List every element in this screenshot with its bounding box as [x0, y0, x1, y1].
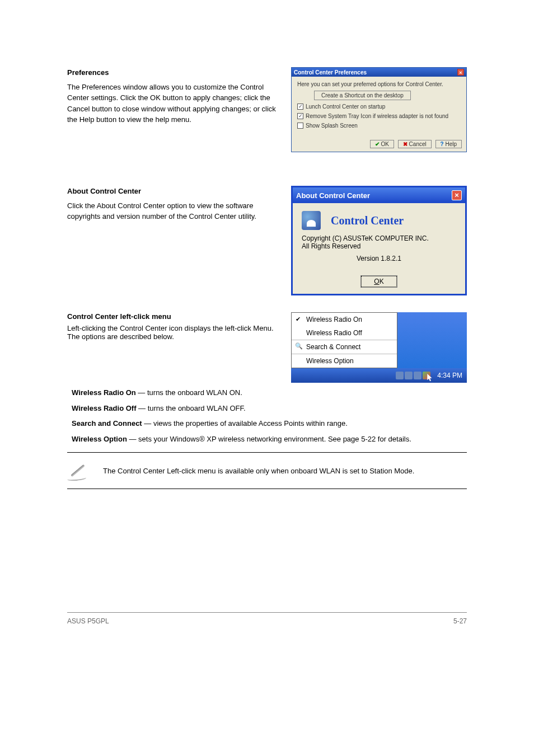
- about-text: Click the About Control Center option to…: [67, 200, 280, 222]
- control-center-icon: [302, 211, 321, 230]
- taskbar-time: 4:34 PM: [437, 372, 462, 379]
- note-pen-icon: [67, 459, 90, 482]
- footer-left: ASUS P5GPL: [67, 617, 109, 625]
- tray-icon-3[interactable]: [414, 372, 421, 379]
- about-version: Version 1.8.2.1: [302, 255, 456, 262]
- taskbar: 4:34 PM: [291, 368, 467, 383]
- note-text: The Control Center Left-click menu is av…: [103, 467, 414, 475]
- pref-intro: Here you can set your preferred options …: [297, 81, 461, 87]
- footer-right: 5-27: [453, 617, 467, 625]
- note-box: The Control Center Left-click menu is av…: [67, 452, 467, 489]
- tray-icons: [396, 369, 434, 382]
- checkbox-splash[interactable]: [297, 123, 303, 129]
- pref-dialog-title: Control Center Preferences: [294, 69, 367, 76]
- menu-search-connect[interactable]: Search & Connect: [292, 340, 397, 354]
- leftmenu-heading: Control Center left-click menu: [67, 312, 280, 321]
- tray-icon-1[interactable]: [396, 372, 404, 379]
- preferences-heading: Preferences: [67, 67, 280, 78]
- leftmenu-intro: Left-clicking the Control Center icon di…: [67, 324, 280, 341]
- ok-button[interactable]: ✔ OK: [370, 140, 394, 148]
- opt-remove-tray: Remove System Tray Icon if wireless adap…: [306, 113, 448, 119]
- about-dialog: About Control Center × Control Center Co…: [291, 186, 467, 295]
- li-radio-off: Wireless Radio Off — turns the onboard W…: [67, 403, 467, 414]
- help-button[interactable]: ? Help: [435, 140, 462, 148]
- create-shortcut-button[interactable]: Create a Shortcut on the desktop: [314, 91, 411, 100]
- li-search: Search and Connect — views the propertie…: [67, 418, 467, 429]
- tray-screenshot: Wireless Radio On Wireless Radio Off Sea…: [291, 312, 467, 383]
- menu-radio-off[interactable]: Wireless Radio Off: [292, 326, 397, 340]
- about-copyright: Copyright (C) ASUSTeK COMPUTER INC.: [302, 234, 456, 242]
- preferences-dialog: Control Center Preferences × Here you ca…: [291, 67, 467, 152]
- about-h: Control Center: [331, 214, 404, 227]
- close-icon[interactable]: ×: [457, 69, 464, 76]
- checkbox-startup[interactable]: ✓: [297, 104, 303, 110]
- checkbox-remove-tray[interactable]: ✓: [297, 113, 303, 119]
- li-option: Wireless Option — sets your Windows® XP …: [67, 434, 467, 445]
- about-heading: About Control Center: [67, 186, 280, 197]
- cursor-icon: [427, 374, 434, 382]
- cancel-button[interactable]: ✖ Cancel: [398, 140, 432, 148]
- opt-startup: Lunch Control Center on startup: [306, 104, 385, 110]
- opt-splash: Show Splash Screen: [306, 123, 358, 129]
- li-radio-on: Wireless Radio On — turns the onboard WL…: [67, 387, 467, 398]
- tray-icon-2[interactable]: [405, 372, 413, 379]
- about-rights: All Rights Reserved: [302, 242, 456, 250]
- close-icon[interactable]: ×: [452, 190, 462, 200]
- about-dialog-title: About Control Center: [296, 191, 370, 200]
- tray-menu: Wireless Radio On Wireless Radio Off Sea…: [291, 312, 397, 368]
- page-footer: ASUS P5GPL 5-27: [67, 612, 467, 625]
- menu-radio-on[interactable]: Wireless Radio On: [292, 313, 397, 326]
- preferences-text: The Preferences window allows you to cus…: [67, 82, 280, 125]
- about-ok-button[interactable]: OK: [361, 276, 396, 287]
- menu-wireless-option[interactable]: Wireless Option: [292, 354, 397, 368]
